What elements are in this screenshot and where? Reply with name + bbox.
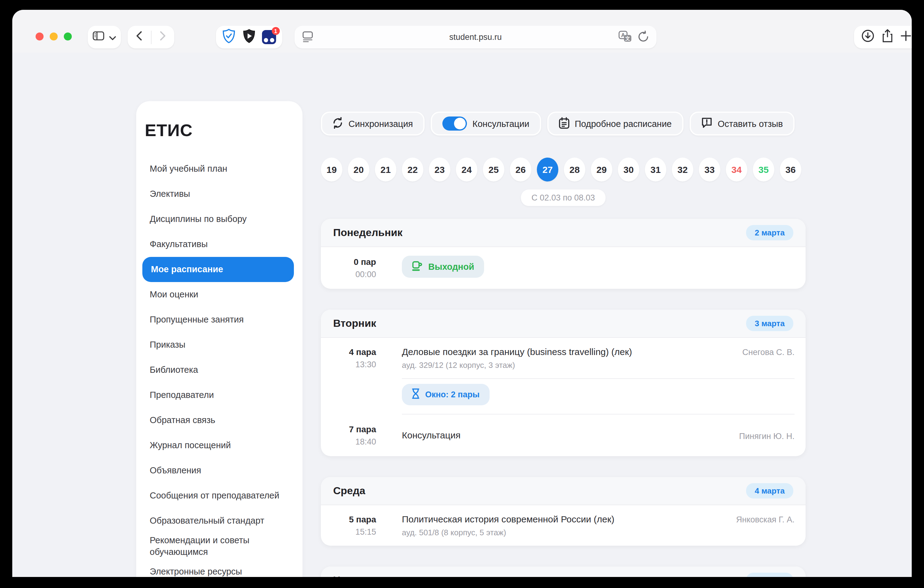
sync-button[interactable]: Синхронизация xyxy=(321,112,424,135)
week-29[interactable]: 29 xyxy=(591,158,612,181)
minimize-window-button[interactable] xyxy=(50,33,58,41)
pair-number: 4 пара xyxy=(333,346,376,358)
week-28[interactable]: 28 xyxy=(564,158,585,181)
window-label: Окно: 2 пары xyxy=(425,390,480,399)
hourglass-icon xyxy=(412,388,420,401)
sidebar-item-facultatives[interactable]: Факультативы xyxy=(142,232,294,257)
sidebar-item-announcements[interactable]: Объявления xyxy=(142,458,294,483)
day-name: Вторник xyxy=(333,317,376,329)
week-19[interactable]: 19 xyxy=(321,158,342,181)
week-30[interactable]: 30 xyxy=(618,158,639,181)
sidebar-item-study-plan[interactable]: Мой учебный план xyxy=(142,156,294,181)
sidebar-item-teacher-messages[interactable]: Сообщения от преподавателей xyxy=(142,483,294,508)
pair-count: 0 пар xyxy=(333,256,376,268)
new-tab-button[interactable] xyxy=(900,30,912,44)
sidebar-item-recommendations[interactable]: Рекомендации и советы обучающимся xyxy=(142,534,294,559)
day-name: Среда xyxy=(333,485,365,497)
week-range-badge: С 02.03 по 08.03 xyxy=(521,189,606,206)
downloads-button[interactable] xyxy=(861,30,874,45)
week-34[interactable]: 34 xyxy=(726,158,747,181)
nav-divider xyxy=(151,30,151,44)
zoom-window-button[interactable] xyxy=(64,33,72,41)
lesson-room: ауд. 501/8 (8 корпус, 5 этаж) xyxy=(402,527,703,538)
leave-feedback-label: Оставить отзыв xyxy=(718,119,783,128)
schedule-row-dayoff: 0 пар 00:00 Выходной xyxy=(321,247,805,289)
week-range-wrap: С 02.03 по 08.03 xyxy=(321,189,805,206)
share-button[interactable] xyxy=(881,29,893,45)
browser-window: 1 student.psu.ru A文 xyxy=(12,10,912,577)
schedule-main: Синхронизация Консультации Подробное рас… xyxy=(321,101,805,577)
nav-button-group xyxy=(128,26,174,48)
window-action-group xyxy=(854,26,912,48)
week-26[interactable]: 26 xyxy=(510,158,531,181)
schedule-row-lesson: 7 пара 18:40 Консультация Пинягин Ю. Н. xyxy=(321,415,805,456)
calendar-icon xyxy=(559,117,569,130)
pair-time: 00:00 xyxy=(333,269,376,280)
schedule-row-lesson: 5 пара 15:15 Политическая история соврем… xyxy=(321,505,805,546)
shield-play-extension-icon[interactable] xyxy=(242,28,256,46)
forward-button[interactable] xyxy=(160,31,166,43)
sync-label: Синхронизация xyxy=(348,119,413,128)
week-27-selected[interactable]: 27 xyxy=(537,158,558,181)
sidebar-item-electives[interactable]: Элективы xyxy=(142,181,294,207)
week-23[interactable]: 23 xyxy=(429,158,450,181)
leave-feedback-button[interactable]: Оставить отзыв xyxy=(689,112,795,135)
sidebar-item-educational-standard[interactable]: Образовательный стандарт xyxy=(142,508,294,534)
url-text: student.psu.ru xyxy=(449,33,502,42)
page-content: ЕТИС Мой учебный план Элективы Дисциплин… xyxy=(12,53,912,577)
detailed-schedule-button[interactable]: Подробное расписание xyxy=(547,112,683,135)
week-31[interactable]: 31 xyxy=(645,158,666,181)
pair-number: 5 пара xyxy=(333,514,376,525)
consultations-toggle-button[interactable]: Консультации xyxy=(431,112,541,135)
sidebar-item-teachers[interactable]: Преподаватели xyxy=(142,382,294,408)
sidebar-item-library[interactable]: Библиотека xyxy=(142,357,294,382)
lesson-teacher: Янковская Г. А. xyxy=(703,513,795,524)
consultations-toggle[interactable] xyxy=(442,117,467,130)
week-22[interactable]: 22 xyxy=(402,158,423,181)
week-35[interactable]: 35 xyxy=(753,158,774,181)
address-bar[interactable]: student.psu.ru A文 xyxy=(294,26,657,48)
sidebar-item-optional-disciplines[interactable]: Дисциплины по выбору xyxy=(142,207,294,232)
shield-check-extension-icon[interactable] xyxy=(223,28,236,46)
pair-time: 15:15 xyxy=(333,527,376,538)
app-logo: ЕТИС xyxy=(145,121,302,140)
lesson-title: Деловые поездки за границу (business tra… xyxy=(402,346,703,358)
sidebar-item-feedback[interactable]: Обратная связь xyxy=(142,408,294,433)
sidebar-menu: Мой учебный план Элективы Дисциплины по … xyxy=(136,156,302,577)
week-32[interactable]: 32 xyxy=(672,158,693,181)
feedback-bubble-icon xyxy=(701,117,712,130)
reload-icon[interactable] xyxy=(637,31,649,45)
week-36[interactable]: 36 xyxy=(780,158,801,181)
week-33[interactable]: 33 xyxy=(699,158,720,181)
schedule-actions: Синхронизация Консультации Подробное рас… xyxy=(321,112,805,135)
app-extension-icon[interactable]: 1 xyxy=(262,30,276,44)
sidebar-item-orders[interactable]: Приказы xyxy=(142,332,294,357)
chevron-down-icon[interactable] xyxy=(109,31,116,43)
schedule-row-lesson: 4 пара 13:30 Деловые поездки за границу … xyxy=(321,338,805,378)
schedule-row-window: Окно: 2 пары xyxy=(321,379,805,414)
sidebar-item-electronic-resources[interactable]: Электронные ресурсы xyxy=(142,559,294,577)
week-20[interactable]: 20 xyxy=(348,158,370,181)
extension-notification-badge: 1 xyxy=(272,27,280,35)
lesson-title: Политическая история современной России … xyxy=(402,513,703,525)
sidebar-item-my-grades[interactable]: Мои оценки xyxy=(142,282,294,307)
translate-icon[interactable]: A文 xyxy=(619,31,632,45)
sidebar-toggle-group xyxy=(88,26,121,48)
sidebar-item-missed-classes[interactable]: Пропущенные занятия xyxy=(142,307,294,332)
pair-time: 18:40 xyxy=(333,436,376,448)
back-button[interactable] xyxy=(137,31,142,43)
close-window-button[interactable] xyxy=(36,33,44,41)
day-card-wednesday: Среда 4 марта 5 пара 15:15 Политическая … xyxy=(321,477,805,546)
day-card-tuesday: Вторник 3 марта 4 пара 13:30 Деловые пое… xyxy=(321,310,805,456)
week-21[interactable]: 21 xyxy=(375,158,396,181)
lesson-teacher: Снегова С. В. xyxy=(703,346,795,357)
sidebar-toggle-icon[interactable] xyxy=(92,31,104,43)
detailed-schedule-label: Подробное расписание xyxy=(574,119,672,128)
week-25[interactable]: 25 xyxy=(483,158,504,181)
consultations-label: Консультации xyxy=(472,119,529,128)
sync-icon xyxy=(333,117,343,130)
week-24[interactable]: 24 xyxy=(456,158,477,181)
sidebar-item-attendance-journal[interactable]: Журнал посещений xyxy=(142,433,294,458)
sidebar-item-my-schedule[interactable]: Мое расписание xyxy=(142,257,294,282)
reader-view-icon[interactable] xyxy=(302,31,313,45)
